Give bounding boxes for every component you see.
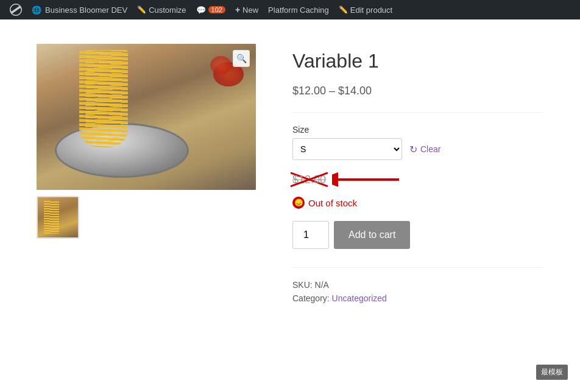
main-product-image: 🔍 xyxy=(37,44,256,190)
category-row: Category: Uncategorized xyxy=(292,293,543,303)
divider-1 xyxy=(292,112,543,113)
zoom-icon[interactable]: 🔍 xyxy=(233,50,250,67)
variation-price-wrapper: $12.00 xyxy=(292,171,405,188)
category-label: Category: xyxy=(292,293,330,303)
variation-select-wrapper: S M L XL ↻ Clear xyxy=(292,138,543,160)
price-annotation: $12.00 xyxy=(292,171,405,188)
out-of-stock-label: Out of stock xyxy=(308,198,357,208)
size-select[interactable]: S M L XL xyxy=(292,138,402,160)
clear-label: Clear xyxy=(420,144,440,154)
product-meta: SKU: N/A Category: Uncategorized xyxy=(292,267,543,303)
sku-label: SKU: xyxy=(292,280,313,290)
admin-bar: 🌐 Business Bloomer DEV ✏️ Customize 💬 10… xyxy=(0,0,580,19)
red-arrow-annotation xyxy=(332,171,405,188)
red-arrow-svg xyxy=(332,171,405,188)
add-to-cart-row: Add to cart xyxy=(292,221,543,249)
out-of-stock-notice: 😞 Out of stock xyxy=(292,197,543,209)
clear-variation-link[interactable]: ↻ Clear xyxy=(409,144,440,155)
admin-bar-platform-caching[interactable]: Platform Caching xyxy=(263,0,334,19)
page-content: 🔍 Variable 1 $12.00 – $14.00 Size S M L … xyxy=(0,19,580,331)
admin-bar-wp-logo[interactable] xyxy=(5,0,27,19)
variation-section: Size S M L XL ↻ Clear xyxy=(292,125,543,160)
admin-bar-comments[interactable]: 💬 102 xyxy=(191,0,230,19)
product-thumbnail[interactable] xyxy=(37,196,79,239)
quantity-input[interactable] xyxy=(292,221,329,249)
sku-row: SKU: N/A xyxy=(292,280,543,290)
variation-price: $12.00 xyxy=(292,173,326,186)
price-range: $12.00 – $14.00 xyxy=(292,85,543,97)
admin-bar-new[interactable]: + New xyxy=(230,0,263,19)
refresh-icon: ↻ xyxy=(409,144,417,155)
variation-label: Size xyxy=(292,125,543,135)
category-link[interactable]: Uncategorized xyxy=(332,293,387,303)
admin-bar-site-name[interactable]: 🌐 Business Bloomer DEV xyxy=(27,0,132,19)
product-images: 🔍 xyxy=(37,44,256,307)
price-x-overlay: $12.00 xyxy=(292,173,326,186)
admin-bar-edit-product[interactable]: ✏️ Edit product xyxy=(334,0,397,19)
main-image-bg xyxy=(37,44,256,190)
admin-bar-customize[interactable]: ✏️ Customize xyxy=(132,0,191,19)
product-title: Variable 1 xyxy=(292,50,543,72)
sku-value: N/A xyxy=(315,280,329,290)
product-details: Variable 1 $12.00 – $14.00 Size S M L XL… xyxy=(292,44,543,307)
add-to-cart-button[interactable]: Add to cart xyxy=(334,221,410,249)
out-of-stock-icon: 😞 xyxy=(292,197,305,209)
